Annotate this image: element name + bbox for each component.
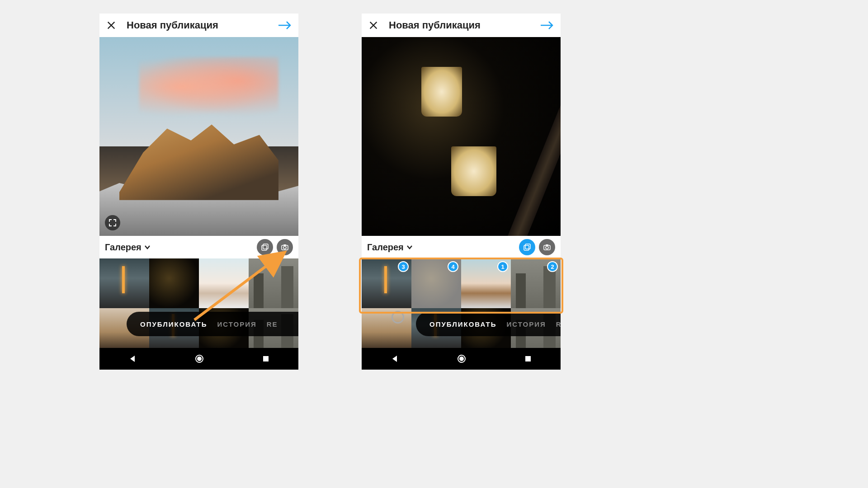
camera-icon[interactable] [539, 239, 555, 255]
android-navbar [362, 348, 561, 370]
selection-empty-circle [392, 311, 404, 324]
mode-pill: ОПУБЛИКОВАТЬ ИСТОРИЯ RE [416, 312, 561, 336]
nav-recent-icon[interactable] [262, 355, 269, 362]
phone-screenshot-right: Новая публикация Галерея 3 4 1 [362, 14, 561, 370]
gallery-thumb[interactable]: 3 [362, 258, 411, 308]
tab-story[interactable]: ИСТОРИЯ [506, 320, 546, 328]
preview-decor [489, 62, 561, 236]
svg-point-6 [197, 357, 202, 361]
selection-badge: 1 [497, 261, 508, 272]
preview-image[interactable] [99, 37, 298, 236]
source-selector-row: Галерея [362, 236, 561, 258]
preview-decor [421, 67, 462, 117]
preview-decor [99, 180, 298, 236]
preview-image[interactable] [362, 37, 561, 236]
svg-rect-10 [525, 244, 530, 249]
svg-point-3 [283, 246, 286, 249]
svg-point-12 [546, 246, 548, 249]
svg-rect-0 [262, 245, 267, 250]
gallery-thumb[interactable] [362, 308, 411, 348]
gallery-label: Галерея [367, 242, 404, 253]
tab-story[interactable]: ИСТОРИЯ [217, 320, 256, 328]
android-navbar [99, 348, 298, 370]
source-selector-row: Галерея [99, 236, 298, 258]
preview-decor [451, 146, 496, 196]
chevron-down-icon [144, 245, 151, 249]
next-arrow-icon[interactable] [539, 19, 555, 32]
page-title: Новая публикация [127, 19, 277, 31]
selection-badge: 3 [398, 261, 409, 272]
camera-icon[interactable] [277, 239, 293, 255]
multi-select-icon[interactable] [257, 239, 273, 255]
svg-rect-7 [263, 356, 269, 361]
gallery-label: Галерея [105, 242, 142, 253]
gallery-thumb[interactable] [199, 258, 249, 308]
selection-badge: 4 [448, 261, 458, 272]
phone-screenshot-left: Новая публикация Галерея О [99, 14, 298, 370]
gallery-thumb[interactable]: 4 [411, 258, 461, 308]
gallery-dropdown[interactable]: Галерея [367, 242, 413, 253]
svg-rect-9 [524, 245, 529, 250]
gallery-thumb[interactable] [99, 258, 149, 308]
gallery-grid: 3 4 1 2 ОПУБЛИКОВАТЬ ИСТОРИЯ RE [362, 258, 561, 348]
svg-point-15 [459, 357, 464, 361]
nav-back-icon[interactable] [391, 355, 399, 363]
close-icon[interactable] [367, 19, 380, 32]
tab-reels[interactable]: RE [267, 320, 278, 328]
nav-home-icon[interactable] [194, 354, 204, 364]
multi-select-icon[interactable] [519, 239, 535, 255]
page-title: Новая публикация [389, 19, 539, 31]
nav-back-icon[interactable] [128, 355, 137, 363]
expand-crop-icon[interactable] [105, 215, 120, 230]
close-icon[interactable] [105, 19, 118, 32]
gallery-thumb[interactable] [149, 258, 199, 308]
gallery-thumb[interactable] [249, 258, 298, 308]
svg-rect-13 [546, 244, 548, 246]
topbar: Новая публикация [362, 14, 561, 37]
svg-rect-4 [283, 244, 286, 246]
gallery-thumb[interactable]: 2 [511, 258, 561, 308]
gallery-thumb[interactable]: 1 [461, 258, 511, 308]
nav-home-icon[interactable] [457, 354, 467, 364]
gallery-dropdown[interactable]: Галерея [105, 242, 151, 253]
selection-badge: 2 [547, 261, 558, 272]
topbar: Новая публикация [99, 14, 298, 37]
gallery-grid: ОПУБЛИКОВАТЬ ИСТОРИЯ RE [99, 258, 298, 348]
svg-rect-1 [263, 244, 268, 249]
chevron-down-icon [406, 245, 413, 249]
mode-pill: ОПУБЛИКОВАТЬ ИСТОРИЯ RE [127, 312, 298, 336]
nav-recent-icon[interactable] [524, 355, 532, 362]
tab-publish[interactable]: ОПУБЛИКОВАТЬ [429, 320, 496, 328]
next-arrow-icon[interactable] [277, 19, 293, 32]
tab-reels[interactable]: RE [556, 320, 561, 328]
tab-publish[interactable]: ОПУБЛИКОВАТЬ [140, 320, 207, 328]
svg-rect-16 [525, 356, 531, 361]
